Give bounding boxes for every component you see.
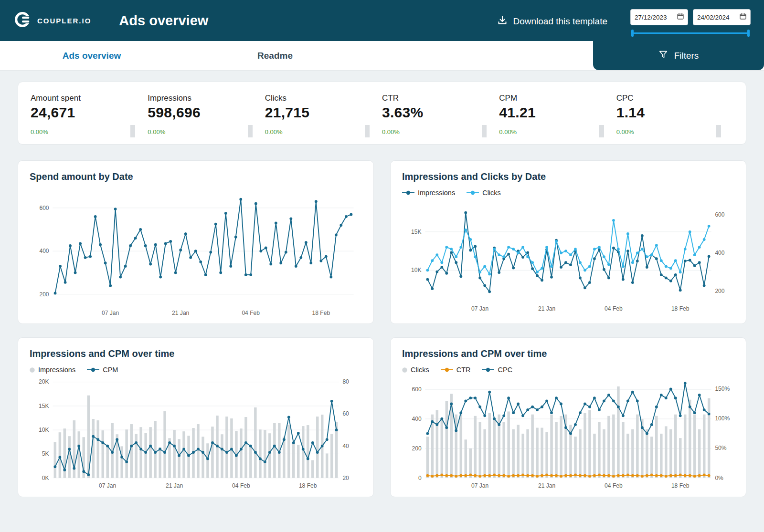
download-label: Download this template (513, 16, 608, 27)
svg-text:21 Jan: 21 Jan (172, 310, 189, 316)
funnel-icon (658, 50, 668, 62)
date-range-slider[interactable] (631, 30, 750, 37)
calendar-icon[interactable] (740, 13, 746, 21)
chart-legend: ClicksCTRCPC (402, 366, 734, 374)
brand: COUPLER.IO (13, 10, 91, 31)
svg-text:07 Jan: 07 Jan (471, 305, 488, 312)
kpi-ctr: CTR 3.63% 0.00% (382, 94, 499, 138)
date-to-field[interactable] (693, 9, 751, 25)
tab-ads-overview[interactable]: Ads overview (0, 51, 183, 61)
kpi-clicks: Clicks 21,715 0.00% (265, 94, 382, 138)
kpi-summary-card: Amount spent 24,671 0.00% Impressions 59… (18, 82, 746, 145)
kpi-cpc: CPC 1.14 0.00% (616, 94, 733, 138)
date-from-field[interactable] (630, 9, 688, 25)
kpi-cpm: CPM 41.21 0.00% (499, 94, 616, 138)
filters-label: Filters (674, 51, 699, 61)
svg-text:10K: 10K (39, 427, 49, 433)
date-from-input[interactable] (635, 14, 675, 21)
svg-text:5K: 5K (42, 451, 49, 458)
svg-text:18 Feb: 18 Feb (671, 305, 690, 312)
impressions-cpm-card: Impressions and CPM over time Impression… (18, 337, 374, 497)
svg-text:100%: 100% (715, 416, 730, 422)
chart-legend: ImpressionsClicks (402, 189, 734, 197)
svg-text:04 Feb: 04 Feb (232, 482, 250, 489)
slider-handle-left[interactable] (631, 30, 634, 37)
chart-title: Spend amount by Date (30, 171, 362, 182)
clicks-ctr-cpc-chart: 02004006000%50%100%150%07 Jan21 Jan04 Fe… (402, 376, 734, 493)
date-range-widget (630, 4, 751, 37)
brand-name: COUPLER.IO (37, 17, 91, 25)
legend-item-cpm[interactable]: CPM (87, 366, 118, 374)
legend-item-ctr[interactable]: CTR (441, 366, 471, 374)
kpi-value: 21,715 (265, 104, 382, 121)
kpi-divider (599, 125, 604, 137)
app-header: COUPLER.IO Ads overview Download this te… (0, 0, 764, 41)
page-title: Ads overview (119, 13, 208, 29)
svg-text:20K: 20K (39, 379, 49, 386)
spend-by-date-chart: 20040060007 Jan21 Jan04 Feb18 Feb (30, 185, 362, 320)
svg-text:07 Jan: 07 Jan (99, 482, 116, 489)
date-to-input[interactable] (697, 14, 737, 21)
legend-item-clicks[interactable]: Clicks (402, 366, 429, 374)
clicks-ctr-cpc-card: Impressions and CPM over time ClicksCTRC… (390, 337, 746, 497)
chart-legend: ImpressionsCPM (30, 366, 362, 374)
svg-text:80: 80 (342, 379, 349, 386)
kpi-value: 41.21 (499, 104, 616, 121)
kpi-label: CPM (499, 94, 616, 103)
legend-item-clicks[interactable]: Clicks (467, 189, 501, 197)
download-icon (497, 15, 508, 28)
legend-item-cpc[interactable]: CPC (482, 366, 512, 374)
svg-text:150%: 150% (715, 386, 730, 393)
svg-text:40: 40 (342, 443, 349, 449)
svg-text:10K: 10K (411, 267, 422, 273)
calendar-icon[interactable] (677, 13, 684, 21)
svg-text:18 Feb: 18 Feb (312, 310, 330, 316)
kpi-value: 1.14 (616, 104, 733, 121)
kpi-label: CPC (616, 94, 733, 103)
svg-text:04 Feb: 04 Feb (242, 310, 260, 316)
kpi-label: Amount spent (31, 94, 148, 103)
svg-text:07 Jan: 07 Jan (471, 482, 488, 489)
kpi-label: CTR (382, 94, 499, 103)
kpi-divider (248, 125, 253, 137)
tab-readme[interactable]: Readme (183, 51, 367, 61)
svg-text:600: 600 (39, 205, 49, 211)
kpi-divider (365, 125, 370, 137)
svg-text:600: 600 (715, 211, 724, 218)
svg-text:21 Jan: 21 Jan (166, 482, 183, 489)
impressions-clicks-chart: 10K15K20040060007 Jan21 Jan04 Feb18 Feb (402, 199, 734, 316)
svg-text:18 Feb: 18 Feb (671, 482, 690, 489)
download-template-button[interactable]: Download this template (497, 15, 608, 28)
slider-track[interactable] (631, 32, 750, 34)
svg-text:0: 0 (418, 475, 422, 481)
kpi-impressions: Impressions 598,696 0.00% (148, 94, 265, 138)
impressions-clicks-card: Impressions and Clicks by Date Impressio… (390, 160, 746, 324)
kpi-label: Clicks (265, 94, 382, 103)
svg-text:400: 400 (715, 250, 724, 256)
svg-text:50%: 50% (715, 445, 726, 452)
svg-text:18 Feb: 18 Feb (299, 482, 317, 489)
svg-text:60: 60 (342, 411, 349, 417)
kpi-value: 598,696 (148, 104, 265, 121)
legend-item-impressions[interactable]: Impressions (402, 189, 455, 197)
svg-text:21 Jan: 21 Jan (538, 305, 555, 312)
kpi-divider (716, 125, 721, 137)
legend-item-impressions[interactable]: Impressions (30, 366, 75, 374)
tab-bar: Ads overview Readme Filters (0, 41, 764, 71)
chart-title: Impressions and CPM over time (402, 348, 734, 359)
svg-text:0%: 0% (715, 475, 723, 481)
kpi-divider (130, 125, 135, 137)
kpi-value: 3.63% (382, 104, 499, 121)
svg-text:0K: 0K (42, 475, 49, 481)
slider-handle-right[interactable] (747, 30, 750, 37)
filters-button[interactable]: Filters (593, 41, 764, 70)
kpi-label: Impressions (148, 94, 265, 103)
kpi-divider (482, 125, 487, 137)
svg-text:200: 200 (715, 288, 724, 294)
svg-text:600: 600 (412, 386, 421, 393)
spend-by-date-card: Spend amount by Date 20040060007 Jan21 J… (18, 160, 374, 324)
svg-text:400: 400 (412, 416, 421, 422)
svg-text:200: 200 (39, 291, 49, 298)
kpi-value: 24,671 (31, 104, 148, 121)
svg-text:07 Jan: 07 Jan (102, 310, 119, 316)
